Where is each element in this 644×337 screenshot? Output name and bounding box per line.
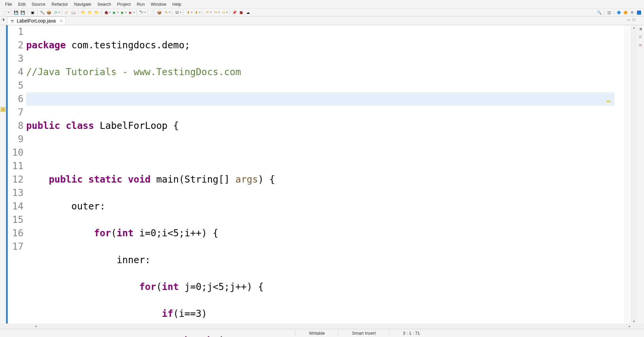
terminal-icon[interactable]: ▣	[30, 9, 36, 15]
folder2-icon[interactable]: 📁	[87, 9, 93, 15]
p1-icon[interactable]: 🔷	[616, 9, 622, 15]
coverage-icon[interactable]: ▶	[119, 9, 125, 15]
scroll-down-icon[interactable]: ▾	[633, 319, 636, 324]
warning-marker-icon[interactable]: ⚠	[1, 107, 5, 112]
code-token: LabelForLoop {	[94, 120, 179, 131]
task-icon[interactable]: ☑	[174, 9, 180, 15]
code-token: inner;	[213, 335, 252, 337]
menu-edit[interactable]: Edit	[15, 1, 29, 7]
dropdown-icon[interactable]: ▾	[125, 11, 127, 14]
external-icon[interactable]: ▶	[127, 9, 133, 15]
line-number: 9	[8, 133, 23, 146]
toolbar-separator	[101, 10, 102, 15]
dropdown-icon[interactable]: ▾	[117, 11, 119, 14]
maximize-icon[interactable]: ▢	[632, 18, 635, 21]
scroll-right-icon[interactable]: ▸	[629, 325, 631, 328]
menu-help[interactable]: Help	[169, 1, 184, 7]
editor-area: ⚠ 1 2 3 4 5 6 7 8 9 10 11 12 13 14 15 16…	[0, 25, 644, 324]
sidebar-restore-icon[interactable]: ◨	[2, 18, 5, 21]
line-number: 8	[8, 119, 23, 133]
menu-search[interactable]: Search	[94, 1, 114, 7]
code-token: int	[117, 228, 134, 239]
folder-icon[interactable]: 📁	[80, 9, 86, 15]
pen-icon[interactable]: ✎	[163, 9, 169, 15]
outline-view-icon[interactable]: Ju	[639, 43, 642, 47]
perspective-icon[interactable]: ◫	[606, 9, 612, 15]
p2-icon[interactable]: 🔶	[623, 9, 629, 15]
dropdown-icon[interactable]: ▾	[210, 11, 212, 14]
menu-navigate[interactable]: Navigate	[71, 1, 94, 7]
dropdown-icon[interactable]: ▾	[8, 11, 9, 14]
book-icon[interactable]: 📖	[70, 9, 76, 15]
code-editor[interactable]: package com.testingdocs.demo; //Java Tut…	[26, 25, 625, 324]
vertical-scrollbar[interactable]: ▴ ▾	[631, 25, 637, 324]
dropdown-icon[interactable]: ▾	[191, 11, 193, 14]
minimize-icon[interactable]: ▭	[627, 18, 630, 21]
p4-icon[interactable]: 🟦	[636, 9, 642, 15]
back-icon[interactable]: ↶	[204, 9, 210, 15]
pin-icon[interactable]: 📌	[231, 9, 237, 15]
dropdown-icon[interactable]: ▾	[145, 11, 146, 14]
toolbar-separator	[172, 10, 172, 15]
task-view-icon[interactable]: ☑	[639, 35, 642, 39]
menu-window[interactable]: Window	[148, 1, 169, 7]
folder3-icon[interactable]: 📁	[94, 9, 100, 15]
search-icon[interactable]: 🔍	[596, 9, 602, 15]
code-token: inner:	[117, 254, 151, 266]
dropdown-icon[interactable]: ▾	[199, 11, 201, 14]
run-icon[interactable]: ▶	[111, 9, 117, 15]
menu-file[interactable]: File	[2, 1, 15, 7]
line-number-gutter: 1 2 3 4 5 6 7 8 9 10 11 12 13 14 15 16 1…	[8, 25, 26, 324]
right-sidebar: ◨ ☑ Ju	[637, 25, 644, 324]
line-number: 3	[8, 52, 23, 65]
line-number: 2	[8, 39, 23, 52]
dropdown-icon[interactable]: ▾	[109, 11, 111, 14]
line-number: 7	[8, 106, 23, 119]
package-icon[interactable]: 📦	[46, 9, 52, 15]
new-class-icon[interactable]: 📄	[150, 9, 156, 15]
line-number: 6	[8, 92, 23, 106]
line-number: 15	[8, 213, 23, 227]
dropdown-icon[interactable]: ▾	[169, 11, 170, 14]
dropdown-icon[interactable]: ▾	[218, 11, 220, 14]
build-icon[interactable]: 🔨	[39, 9, 45, 15]
java-file-icon: ☕	[10, 19, 15, 23]
line-number: 12	[8, 173, 23, 186]
dropdown-icon[interactable]: ▾	[59, 11, 60, 14]
editor-tab[interactable]: ☕ LabelForLoop.java ✕	[7, 16, 66, 25]
line-number: 16	[8, 227, 23, 240]
java-perspective-icon[interactable]: ☕	[629, 9, 635, 15]
new-pkg-icon[interactable]: 📦	[156, 9, 162, 15]
restore-view-icon[interactable]: ◨	[639, 27, 642, 31]
nav-icon[interactable]: ⬆	[185, 9, 191, 15]
last-edit-icon[interactable]: ⇦	[220, 9, 226, 15]
forward-icon[interactable]: ↷	[212, 9, 218, 15]
code-token: int	[162, 281, 179, 292]
debug-icon[interactable]: 🐞	[103, 9, 109, 15]
save-icon[interactable]: 💾	[13, 9, 19, 15]
new-icon[interactable]: 📄	[2, 9, 8, 15]
dropdown-icon[interactable]: ▾	[133, 11, 135, 14]
scroll-up-icon[interactable]: ▴	[633, 25, 636, 30]
bug-red-icon[interactable]: 🐞	[238, 9, 244, 15]
cloud-icon[interactable]: ☁	[245, 9, 251, 15]
code-token: class	[60, 120, 94, 131]
wand-icon[interactable]: 🪄	[64, 9, 70, 15]
code-token: break	[184, 335, 213, 337]
next-annot-icon[interactable]: ⬇	[193, 9, 199, 15]
toolbar-separator	[62, 10, 62, 15]
menu-project[interactable]: Project	[114, 1, 133, 7]
menu-source[interactable]: Source	[29, 1, 48, 7]
search2-icon[interactable]: 🔭	[139, 9, 145, 15]
code-comment: //Java Tutorials - www.TestingDocs.com	[26, 66, 241, 78]
refresh-icon[interactable]: ⟳	[53, 9, 59, 15]
save-all-icon[interactable]: 💾	[20, 9, 26, 15]
dropdown-icon[interactable]: ▾	[180, 11, 181, 14]
overview-warning-marker[interactable]	[606, 100, 610, 102]
menu-run[interactable]: Run	[134, 1, 148, 7]
close-tab-icon[interactable]: ✕	[60, 19, 63, 23]
menu-refactor[interactable]: Refactor	[49, 1, 71, 7]
editor-tab-bar: ◨ ◨ ☕ LabelForLoop.java ✕ ▭ ▢	[0, 16, 644, 25]
code-token: static	[83, 174, 122, 185]
dropdown-icon[interactable]: ▾	[226, 11, 228, 14]
